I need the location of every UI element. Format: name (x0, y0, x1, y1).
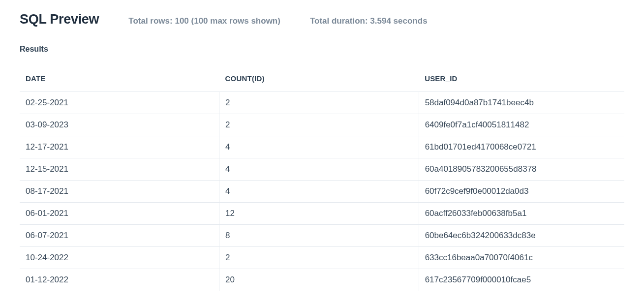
cell-date: 12-17-2021 (20, 136, 219, 158)
cell-date: 06-01-2021 (20, 203, 219, 225)
total-duration-text: Total duration: 3.594 seconds (310, 16, 428, 26)
cell-user-id: 6409fe0f7a1cf40051811482 (419, 114, 624, 136)
cell-date: 10-24-2022 (20, 247, 219, 269)
results-table: DATE COUNT(ID) USER_ID 02-25-2021258daf0… (20, 67, 624, 291)
cell-user-id: 60be64ec6b324200633dc83e (419, 225, 624, 247)
cell-user-id: 61bd01701ed4170068ce0721 (419, 136, 624, 158)
cell-user-id: 58daf094d0a87b1741beec4b (419, 92, 624, 114)
table-header-row: DATE COUNT(ID) USER_ID (20, 67, 624, 92)
table-row[interactable]: 01-12-202220617c23567709f000010fcae5 (20, 269, 624, 291)
table-row[interactable]: 03-09-202326409fe0f7a1cf40051811482 (20, 114, 624, 136)
cell-date: 02-25-2021 (20, 92, 219, 114)
column-header-date[interactable]: DATE (20, 67, 219, 92)
cell-count: 12 (219, 203, 419, 225)
cell-user-id: 60f72c9cef9f0e00012da0d3 (419, 181, 624, 203)
page-title: SQL Preview (20, 12, 99, 27)
table-row[interactable]: 12-15-2021460a4018905783200655d8378 (20, 158, 624, 181)
cell-user-id: 60a4018905783200655d8378 (419, 158, 624, 181)
cell-date: 12-15-2021 (20, 158, 219, 181)
cell-count: 2 (219, 247, 419, 269)
cell-user-id: 617c23567709f000010fcae5 (419, 269, 624, 291)
cell-user-id: 633cc16beaa0a70070f4061c (419, 247, 624, 269)
column-header-user-id[interactable]: USER_ID (419, 67, 624, 92)
header-row: SQL Preview Total rows: 100 (100 max row… (20, 12, 624, 27)
table-row[interactable]: 02-25-2021258daf094d0a87b1741beec4b (20, 92, 624, 114)
cell-user-id: 60acff26033feb00638fb5a1 (419, 203, 624, 225)
cell-date: 03-09-2023 (20, 114, 219, 136)
table-row[interactable]: 06-07-2021860be64ec6b324200633dc83e (20, 225, 624, 247)
total-rows-text: Total rows: 100 (100 max rows shown) (128, 16, 280, 26)
cell-count: 4 (219, 158, 419, 181)
table-row[interactable]: 12-17-2021461bd01701ed4170068ce0721 (20, 136, 624, 158)
cell-count: 4 (219, 181, 419, 203)
cell-count: 2 (219, 92, 419, 114)
cell-date: 06-07-2021 (20, 225, 219, 247)
results-label: Results (20, 45, 624, 54)
cell-date: 08-17-2021 (20, 181, 219, 203)
cell-count: 2 (219, 114, 419, 136)
cell-date: 01-12-2022 (20, 269, 219, 291)
table-row[interactable]: 08-17-2021460f72c9cef9f0e00012da0d3 (20, 181, 624, 203)
cell-count: 20 (219, 269, 419, 291)
table-row[interactable]: 06-01-20211260acff26033feb00638fb5a1 (20, 203, 624, 225)
cell-count: 4 (219, 136, 419, 158)
cell-count: 8 (219, 225, 419, 247)
table-row[interactable]: 10-24-20222633cc16beaa0a70070f4061c (20, 247, 624, 269)
column-header-count[interactable]: COUNT(ID) (219, 67, 419, 92)
